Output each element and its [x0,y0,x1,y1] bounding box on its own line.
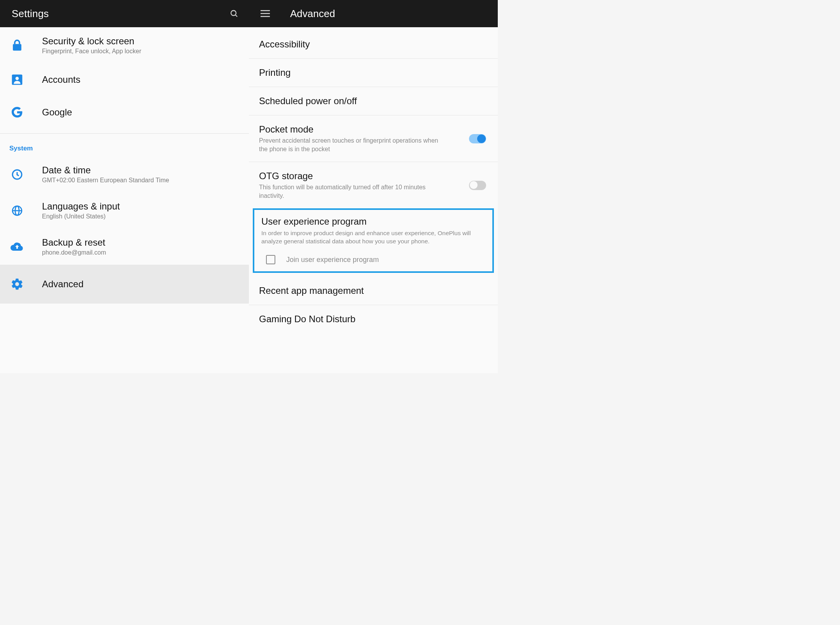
settings-item-accounts[interactable]: Accounts [0,63,249,96]
svg-point-7 [16,77,19,80]
uep-title: User experience program [261,216,485,227]
svg-rect-4 [261,16,270,17]
menu-button[interactable] [261,9,270,18]
settings-item-title: Date & time [42,165,241,176]
advanced-item-title: Accessibility [259,39,486,50]
google-g-icon [11,106,23,119]
section-header-system: System [0,134,249,156]
search-icon [229,9,239,18]
settings-item-title: Advanced [42,279,241,290]
settings-item-subtitle: Fingerprint, Face unlock, App locker [42,48,241,55]
page-title-settings: Settings [12,8,49,20]
advanced-item-pocket-mode[interactable]: Pocket mode Prevent accidental screen to… [249,115,498,162]
settings-item-subtitle: phone.doe@gmail.com [42,249,241,256]
search-button[interactable] [229,9,239,18]
advanced-item-otg-storage[interactable]: OTG storage This function will be automa… [249,162,498,208]
gear-icon [10,278,24,291]
advanced-item-title: OTG storage [259,171,461,182]
settings-item-subtitle: GMT+02:00 Eastern European Standard Time [42,177,241,184]
svg-point-0 [231,10,236,16]
settings-item-google[interactable]: Google [0,96,249,129]
advanced-item-printing[interactable]: Printing [249,59,498,87]
cloud-upload-icon [10,242,24,252]
settings-item-security[interactable]: Security & lock screen Fingerprint, Face… [0,27,249,63]
uep-checkbox-label: Join user experience program [286,256,379,264]
advanced-item-recent-app-management[interactable]: Recent app management [249,277,498,305]
settings-item-title: Backup & reset [42,237,241,248]
hamburger-icon [261,10,270,17]
settings-list: Security & lock screen Fingerprint, Face… [0,27,249,373]
svg-rect-3 [261,13,270,14]
svg-rect-2 [261,10,270,11]
user-experience-program-box: User experience program In order to impr… [253,208,494,273]
advanced-item-subtitle: This function will be automatically turn… [259,183,446,200]
settings-item-subtitle: English (United States) [42,213,241,220]
lock-icon [11,39,23,52]
app-bar: Settings Advanced [0,0,498,27]
advanced-item-title: Pocket mode [259,124,461,135]
uep-subtitle: In order to improve product design and e… [261,229,485,246]
uep-checkbox[interactable] [266,255,275,264]
advanced-item-subtitle: Prevent accidental screen touches or fin… [259,136,446,153]
otg-storage-toggle[interactable] [469,181,486,190]
settings-item-title: Google [42,107,241,118]
settings-item-backup[interactable]: Backup & reset phone.doe@gmail.com [0,229,249,265]
advanced-item-title: Recent app management [259,285,486,296]
app-bar-left: Settings [0,8,249,20]
pocket-mode-toggle[interactable] [469,134,486,143]
settings-item-title: Accounts [42,74,241,85]
advanced-settings-list: Accessibility Printing Scheduled power o… [249,27,498,373]
advanced-item-scheduled-power[interactable]: Scheduled power on/off [249,87,498,115]
settings-item-date-time[interactable]: Date & time GMT+02:00 Eastern European S… [0,156,249,192]
svg-rect-5 [13,44,21,51]
settings-item-title: Languages & input [42,201,241,212]
uep-checkbox-row[interactable]: Join user experience program [261,255,485,264]
advanced-item-accessibility[interactable]: Accessibility [249,30,498,59]
globe-icon [11,205,23,216]
settings-item-languages[interactable]: Languages & input English (United States… [0,192,249,229]
settings-item-advanced[interactable]: Advanced [0,265,249,304]
settings-item-title: Security & lock screen [42,36,241,47]
advanced-item-gaming-dnd[interactable]: Gaming Do Not Disturb [249,305,498,328]
person-icon [11,73,23,86]
clock-icon [11,169,23,180]
app-bar-right: Advanced [249,8,498,20]
page-title-advanced: Advanced [290,8,335,20]
advanced-item-title: Scheduled power on/off [259,96,486,106]
advanced-item-title: Printing [259,67,486,78]
svg-line-1 [235,15,237,17]
advanced-item-title: Gaming Do Not Disturb [259,314,486,325]
